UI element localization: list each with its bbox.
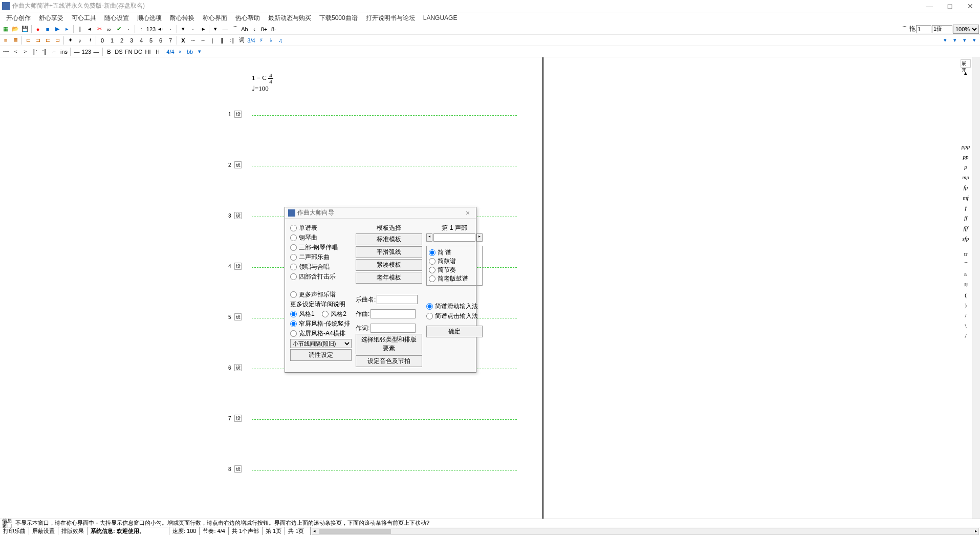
dash3-icon[interactable]: —	[92, 47, 101, 56]
align-icon[interactable]: ≡	[1, 36, 10, 45]
dd3-icon[interactable]: ▾	[960, 36, 969, 45]
left2-icon[interactable]: ‹	[250, 25, 259, 34]
dd1-icon[interactable]: ▾	[941, 36, 950, 45]
ok-button[interactable]: 确定	[426, 326, 483, 337]
indent4-icon[interactable]: ⊐	[53, 36, 62, 45]
radio-3part[interactable]	[290, 244, 297, 251]
slash3-icon[interactable]: /	[965, 333, 966, 341]
staff-line[interactable]: 2设	[252, 166, 517, 166]
times-input[interactable]	[932, 25, 952, 33]
part-right-button[interactable]: ▸	[476, 233, 483, 242]
radio-style1[interactable]	[290, 311, 297, 317]
wave3-icon[interactable]: ≋	[964, 282, 968, 290]
wave2-icon[interactable]: ≈	[964, 271, 967, 280]
num-3[interactable]: 3	[127, 36, 136, 45]
down-icon[interactable]: ▾	[179, 25, 188, 34]
radio-more[interactable]	[290, 291, 297, 298]
cut-icon[interactable]: ✂	[95, 25, 104, 34]
close-button[interactable]: ✕	[963, 1, 978, 11]
num-0[interactable]: 0	[98, 36, 107, 45]
paren-icon[interactable]: (	[965, 292, 967, 300]
menu-item[interactable]: 顺心选项	[133, 13, 166, 24]
record-icon[interactable]: ●	[33, 25, 42, 34]
check-icon[interactable]: ✔	[114, 25, 123, 34]
h-button[interactable]: H	[153, 47, 162, 56]
dash2-icon[interactable]: —	[72, 47, 81, 56]
menu-item[interactable]: 舒心享受	[35, 13, 68, 24]
roll-input[interactable]	[916, 25, 931, 33]
cresc-icon[interactable]: ＜	[11, 47, 20, 56]
screen-button[interactable]: 屏蔽设置	[29, 527, 58, 535]
staff-line[interactable]: 1设	[252, 115, 517, 116]
indent3-icon[interactable]: ⊏	[43, 36, 52, 45]
hi-button[interactable]: HI	[143, 47, 153, 56]
dot-icon[interactable]: ·	[124, 25, 133, 34]
menu-item[interactable]: 可心工具	[68, 13, 100, 24]
note-icon[interactable]: ♪	[75, 36, 84, 45]
radio-piano[interactable]	[290, 234, 297, 241]
oct-down[interactable]: 8-	[269, 25, 278, 34]
tilde-icon[interactable]: ～	[188, 36, 198, 45]
radio-slide-input[interactable]	[426, 303, 433, 310]
minimize-button[interactable]: —	[922, 1, 937, 11]
dd4-icon[interactable]: ▾	[970, 36, 979, 45]
radio-2voice[interactable]	[290, 254, 297, 261]
stop-icon[interactable]: ■	[43, 25, 52, 34]
tsig2-button[interactable]: 4/4	[166, 47, 175, 56]
open-icon[interactable]: 📂	[11, 25, 20, 34]
song-name-input[interactable]	[377, 295, 418, 304]
tie-icon[interactable]: ⌒	[900, 25, 909, 34]
num-7[interactable]: 7	[166, 36, 175, 45]
flat-icon[interactable]: ♭	[266, 36, 275, 45]
menu-item[interactable]: 耐心转换	[166, 13, 199, 24]
radio-drum[interactable]	[429, 258, 435, 265]
template-compact[interactable]: 紧凑模板	[356, 259, 422, 271]
sharp-icon[interactable]: ♯	[256, 36, 266, 45]
menu-item[interactable]: 热心帮助	[231, 13, 264, 24]
num-2[interactable]: 2	[117, 36, 126, 45]
ci-button[interactable]: 词	[237, 36, 246, 45]
tone-button[interactable]: 设定音色及节拍	[356, 355, 422, 367]
dd2-icon[interactable]: ▾	[950, 36, 960, 45]
lyricist-input[interactable]	[371, 324, 416, 333]
dd5-icon[interactable]: ▾	[195, 47, 204, 56]
left-icon[interactable]: ◂·	[156, 25, 165, 34]
dyn-p[interactable]: p	[964, 164, 967, 172]
fn-button[interactable]: FN	[124, 47, 133, 56]
slash2-icon[interactable]: \	[965, 323, 966, 331]
num-6[interactable]: 6	[156, 36, 165, 45]
key-setting-button[interactable]: 调性设定	[290, 349, 352, 361]
dyn-ff[interactable]: ff	[964, 215, 967, 223]
align2-icon[interactable]: ≣	[11, 36, 20, 45]
radio-jianpu[interactable]	[429, 249, 435, 256]
dyn-pp[interactable]: pp	[963, 154, 969, 162]
b-button[interactable]: B	[104, 47, 114, 56]
staff-line[interactable]: 8设	[252, 470, 517, 470]
menu-item[interactable]: 打开说明书与论坛	[362, 13, 419, 24]
play2-icon[interactable]: ▸	[62, 25, 72, 34]
num-4[interactable]: 4	[137, 36, 146, 45]
turn-icon[interactable]: ⌒	[963, 261, 969, 269]
curve-icon[interactable]: ⌒	[230, 25, 239, 34]
radio-rhythm[interactable]	[429, 267, 435, 273]
oct-up[interactable]: 8+	[259, 25, 269, 34]
slash1-icon[interactable]: /	[965, 312, 966, 320]
dot4-icon[interactable]: ·	[188, 25, 198, 34]
x-button[interactable]: X	[179, 36, 188, 45]
menu-item[interactable]: 最新动态与购买	[264, 13, 315, 24]
part-slider[interactable]	[433, 233, 475, 242]
radio-narrow[interactable]	[290, 320, 297, 327]
indent-icon[interactable]: ⊏	[24, 36, 33, 45]
num-5[interactable]: 5	[146, 36, 156, 45]
template-standard[interactable]: 标准模板	[356, 233, 422, 245]
layout-button[interactable]: 排版效果	[58, 527, 88, 535]
dyn-mp[interactable]: mp	[962, 174, 969, 182]
repeat-icon[interactable]: :‖	[227, 36, 236, 45]
dyn-mf[interactable]: mf	[963, 195, 969, 203]
dyn-fff[interactable]: fff	[963, 225, 968, 233]
composer-input[interactable]	[371, 309, 416, 318]
dots2-icon[interactable]: :	[137, 25, 146, 34]
dyn-f[interactable]: f	[965, 205, 966, 213]
radio-style2[interactable]	[322, 311, 329, 317]
radio-4perc[interactable]	[290, 273, 297, 280]
